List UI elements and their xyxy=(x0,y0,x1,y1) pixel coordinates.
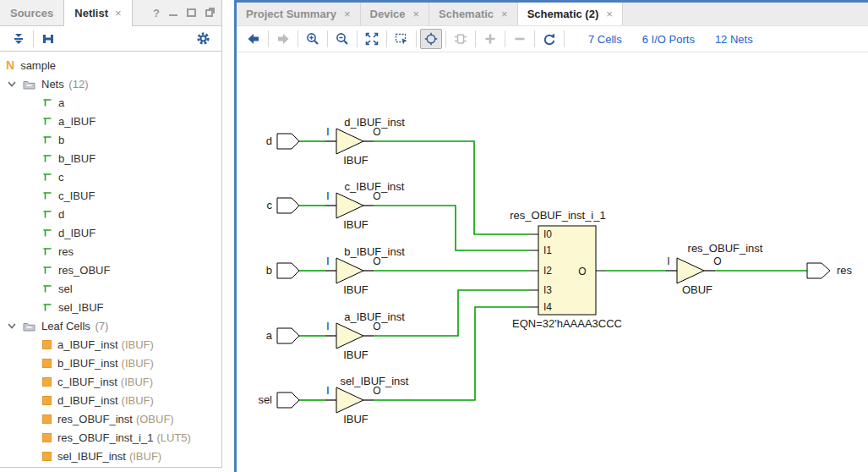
tree-root-label: sample xyxy=(20,59,56,72)
input-port-b[interactable] xyxy=(277,263,299,278)
expand-cone-button[interactable] xyxy=(450,29,472,49)
tab-schematic-2[interactable]: Schematic (2) × xyxy=(518,3,623,25)
svg-text:I: I xyxy=(326,321,329,332)
close-icon[interactable]: × xyxy=(115,7,122,19)
output-port-res[interactable] xyxy=(807,263,830,278)
tree-item-net[interactable]: b xyxy=(0,130,221,149)
tree-item-cell[interactable]: d_IBUF_inst(IBUF) xyxy=(0,391,221,409)
net-icon xyxy=(42,302,52,312)
expand-to-button[interactable] xyxy=(37,29,59,49)
svg-text:sel_IBUF_inst: sel_IBUF_inst xyxy=(341,375,409,387)
zoom-out-button[interactable] xyxy=(331,29,353,49)
tree-item-net[interactable]: c_IBUF xyxy=(0,186,221,205)
float-icon[interactable] xyxy=(205,9,213,17)
svg-text:a_IBUF_inst: a_IBUF_inst xyxy=(344,310,405,323)
tree-item-net[interactable]: d_IBUF xyxy=(0,223,221,242)
help-icon[interactable]: ? xyxy=(153,7,160,19)
tab-device[interactable]: Device × xyxy=(361,3,430,25)
nets-link[interactable]: 12 Nets xyxy=(715,33,753,46)
tree-item-cell[interactable]: b_IBUF_inst(IBUF) xyxy=(0,354,221,372)
add-button[interactable] xyxy=(479,29,501,49)
close-icon[interactable]: × xyxy=(501,8,508,20)
minimize-icon[interactable] xyxy=(169,14,177,16)
tree-item-net[interactable]: d xyxy=(0,205,221,223)
chevron-down-icon[interactable] xyxy=(7,79,17,89)
maximize-icon[interactable] xyxy=(187,8,196,17)
tab-schematic[interactable]: Schematic × xyxy=(429,3,518,25)
netlist-toolbar xyxy=(0,26,221,52)
tab-netlist[interactable]: Netlist × xyxy=(63,0,132,26)
zoom-selection-button[interactable] xyxy=(390,29,412,49)
tree-item-cell[interactable]: res_OBUF_inst_i_1(LUT5) xyxy=(0,428,221,447)
svg-text:IBUF: IBUF xyxy=(343,283,368,296)
tab-sources[interactable]: Sources xyxy=(0,0,63,25)
ibuf-cell-b[interactable] xyxy=(336,258,363,283)
net-wire-c-ibuf[interactable] xyxy=(374,206,530,250)
net-icon xyxy=(42,190,52,200)
ibuf-cell-sel[interactable] xyxy=(336,387,363,413)
panel-window-controls: ? xyxy=(153,0,221,25)
tree-item-net[interactable]: res_OBUF xyxy=(0,261,221,279)
input-port-d[interactable] xyxy=(277,134,299,149)
schematic-canvas[interactable]: d I O d_IBUF_inst IBUF c I xyxy=(237,52,868,472)
obuf-type-label: OBUF xyxy=(682,283,712,296)
tree-item-net[interactable]: a xyxy=(0,93,221,112)
tree-item-cell[interactable]: a_IBUF_inst(IBUF) xyxy=(0,335,221,354)
ibuf-cell-d[interactable] xyxy=(336,129,363,154)
svg-text:O: O xyxy=(578,266,586,277)
ibuf-cell-a[interactable] xyxy=(336,323,363,349)
ibuf-cell-c[interactable] xyxy=(336,193,363,218)
obuf-cell[interactable] xyxy=(677,258,704,283)
tree-item-cell[interactable]: res_OBUF_inst(OBUF) xyxy=(0,409,221,428)
cell-icon xyxy=(42,377,52,387)
svg-text:c: c xyxy=(267,199,273,211)
tree-item-net[interactable]: res xyxy=(0,242,221,261)
schematic-panel: Project Summary × Device × Schematic × S… xyxy=(234,0,868,472)
tree-item-cell[interactable]: c_IBUF_inst(IBUF) xyxy=(0,372,221,391)
svg-text:IBUF: IBUF xyxy=(343,413,368,425)
cell-type-label: IBUF xyxy=(343,154,368,167)
tab-sources-label: Sources xyxy=(10,7,53,19)
collapse-all-button[interactable] xyxy=(8,29,30,49)
tree-item-net[interactable]: b_IBUF xyxy=(0,149,221,167)
net-icon xyxy=(42,283,52,294)
plus-icon xyxy=(483,32,497,46)
chevron-down-icon[interactable] xyxy=(7,321,17,331)
folder-icon xyxy=(23,321,35,332)
tree-group-leaf-cells[interactable]: Leaf Cells (7) xyxy=(0,316,221,335)
input-port-c[interactable] xyxy=(277,198,299,213)
back-button[interactable] xyxy=(243,29,265,49)
input-port-a[interactable] xyxy=(277,328,299,343)
regenerate-button[interactable] xyxy=(538,29,560,49)
close-icon[interactable]: × xyxy=(606,8,613,20)
remove-button[interactable] xyxy=(509,29,531,49)
tree-group-nets[interactable]: Nets (12) xyxy=(0,74,221,93)
zoom-in-button[interactable] xyxy=(302,29,324,49)
close-icon[interactable]: × xyxy=(344,8,351,20)
input-port-sel[interactable] xyxy=(277,392,299,408)
net-icon xyxy=(42,97,52,107)
net-icon xyxy=(42,246,52,256)
tree-item-net[interactable]: c xyxy=(0,167,221,186)
tab-project-summary[interactable]: Project Summary × xyxy=(237,3,361,25)
autofit-selection-button[interactable] xyxy=(420,29,442,49)
settings-button[interactable] xyxy=(192,29,214,49)
tree-item-cell[interactable]: sel_IBUF_inst(IBUF) xyxy=(0,447,221,465)
net-icon xyxy=(42,116,52,126)
close-icon[interactable]: × xyxy=(412,8,419,20)
tree-root-sample[interactable]: N sample xyxy=(0,56,221,74)
cells-link[interactable]: 7 Cells xyxy=(588,33,622,46)
zoom-fit-button[interactable] xyxy=(361,29,383,49)
folder-icon xyxy=(23,79,35,90)
schematic-svg: d I O d_IBUF_inst IBUF c I xyxy=(237,52,868,472)
forward-button[interactable] xyxy=(272,29,294,49)
cell-icon xyxy=(42,452,52,461)
chip-icon xyxy=(454,32,467,46)
tree-item-net[interactable]: sel xyxy=(0,279,221,298)
tree-item-net[interactable]: a_IBUF xyxy=(0,112,221,130)
io-ports-link[interactable]: 6 I/O Ports xyxy=(642,33,695,46)
svg-text:I: I xyxy=(326,126,329,138)
tree-item-net[interactable]: sel_IBUF xyxy=(0,298,221,316)
schematic-row-b: b I O b_IBUF_inst IBUF xyxy=(266,245,530,296)
cell-icon xyxy=(42,433,52,442)
